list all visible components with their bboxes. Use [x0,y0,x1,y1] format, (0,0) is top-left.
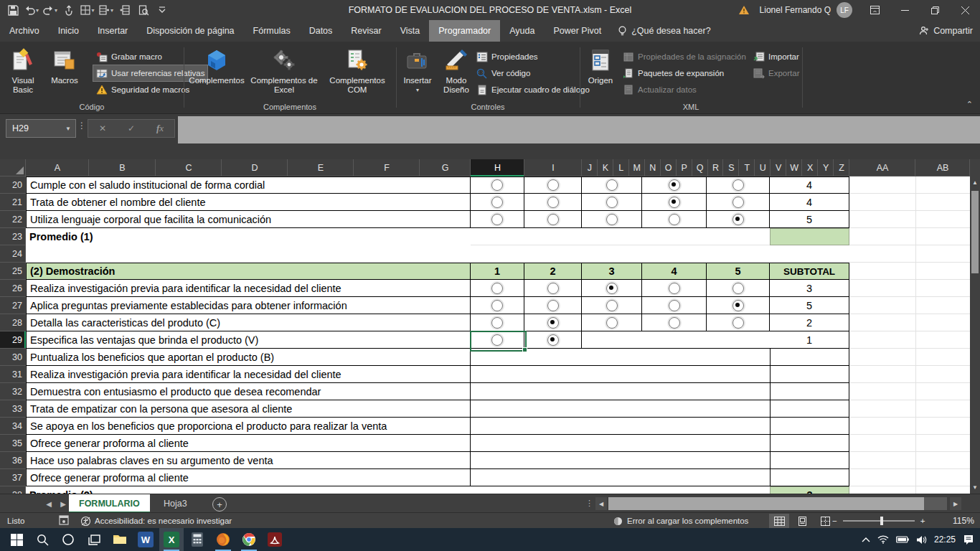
insert-function-icon[interactable]: fx [156,123,164,134]
subtotal-cell-row-32[interactable] [770,383,849,400]
tab-disposici-n-de-p-gina[interactable]: Disposición de página [137,20,243,42]
radio-button-row-21-value-1[interactable] [491,197,503,208]
question-cell-row-21[interactable]: Trata de obtener el nombre del cliente [26,194,471,211]
macro-security-button[interactable]: Seguridad de macros [93,82,192,98]
row-header-24[interactable]: 24 [0,245,26,263]
radio-button-row-20-value-4[interactable] [669,179,680,191]
confirm-entry-icon[interactable]: ✓ [128,123,135,133]
normal-view-button[interactable] [769,514,789,528]
hscroll-thumb[interactable] [608,497,924,510]
sheet-tab-formulario[interactable]: FORMULARIO [69,494,150,513]
dropdown-caret-icon[interactable]: ▾ [36,7,39,14]
radio-button-row-20-value-1[interactable] [491,179,503,191]
radio-button-row-28-value-1[interactable] [491,317,503,329]
hscroll-handle[interactable]: ⋮ [585,499,593,508]
zoom-in-icon[interactable]: + [920,517,925,525]
tell-me-box[interactable]: ¿Qué desea hacer? [611,20,718,42]
row-header-23[interactable]: 23 [0,228,26,245]
radio-button-row-22-value-3[interactable] [606,214,618,225]
select-all-corner[interactable] [0,159,26,176]
radio-button-row-27-value-5[interactable] [732,300,744,311]
subtotal-cell-row-35[interactable] [770,435,849,452]
question-cell-row-35[interactable]: Ofrece generar proforma al cliente [26,435,471,452]
sheet-nav-right-icon[interactable]: ▶ [56,494,70,513]
row-header-20[interactable]: 20 [0,176,26,194]
wifi-icon[interactable] [877,535,889,544]
subtotal-cell-row-28[interactable]: 2 [770,314,849,331]
subtotal-cell-row-36[interactable] [770,452,849,469]
acrobat-taskbar-button[interactable] [263,528,287,551]
tab-ayuda[interactable]: Ayuda [500,20,544,42]
accessibility-status[interactable]: Accesibilidad: es necesario investigar [80,513,232,529]
column-header-J[interactable]: J [582,159,598,176]
scale-header-cell-1[interactable]: 1 [471,263,524,280]
addins-button[interactable]: Complementos [187,44,247,100]
tab-power-pivot[interactable]: Power Pivot [544,20,611,42]
radio-button-row-28-value-4[interactable] [669,317,680,329]
subtotal-header-cell[interactable]: SUBTOTAL [770,263,849,280]
column-header-X[interactable]: X [802,159,818,176]
avatar[interactable]: LF [837,2,852,18]
rating-cell-row-26-col-4[interactable] [642,280,707,297]
visual-basic-button[interactable]: Visual Basic [3,44,43,100]
xml-source-button[interactable]: Origen [583,44,618,100]
insert-cells2-button[interactable] [116,1,133,19]
rating-cell-row-26-col-3[interactable] [582,280,642,297]
active-cell-selection[interactable] [470,331,527,352]
customize-qat-button[interactable] [154,1,171,19]
word-taskbar-button[interactable]: W [133,528,158,551]
row-header-37[interactable]: 37 [0,469,26,486]
row-header-25[interactable]: 25 [0,263,26,280]
column-header-AA[interactable]: AA [849,159,915,176]
minimize-button[interactable] [890,0,920,20]
zoom-slider[interactable] [843,520,915,522]
new-sheet-button[interactable]: + [212,497,227,512]
question-cell-row-28[interactable]: Detalla las caracteristicas del produto … [26,314,471,331]
radio-button-row-27-value-2[interactable] [547,300,559,311]
rating-cell-row-28-col-3[interactable] [582,314,642,331]
rating-cell-row-27-col-1[interactable] [471,297,524,314]
tab-datos[interactable]: Datos [300,20,342,42]
row-header-26[interactable]: 26 [0,280,26,297]
column-header-T[interactable]: T [739,159,755,176]
row-header-36[interactable]: 36 [0,452,26,469]
scale-header-cell-4[interactable]: 4 [642,263,707,280]
calculator-taskbar-button[interactable] [185,528,209,551]
task-view-taskbar-button[interactable] [82,528,106,551]
name-box[interactable]: H29 ▼ [6,119,76,138]
subtotal-cell-row-27[interactable]: 5 [770,297,849,314]
addins-error-status[interactable]: Error al cargar los complementos [613,513,748,529]
promedio-label-row-38[interactable]: Promedio (2) [26,486,471,494]
blank-zone-row-32[interactable] [471,383,770,400]
zoom-level[interactable]: 115% [953,513,974,529]
promedio-label-row-23[interactable]: Promedio (1) [26,228,471,245]
start-taskbar-button[interactable] [4,528,29,551]
fill-handle[interactable] [522,347,527,352]
clock[interactable]: 22:25 [934,534,956,545]
rating-cell-row-21-col-3[interactable] [582,194,642,211]
column-header-R[interactable]: R [708,159,724,176]
radio-button-row-28-value-5[interactable] [732,317,744,329]
account-name[interactable]: Lionel Fernando Q [760,5,831,15]
column-header-E[interactable]: E [288,159,354,176]
trust-warning-icon[interactable] [738,5,750,15]
promedio-subtotal-cell-row-38[interactable]: 3 [770,486,849,494]
rating-cell-row-21-col-2[interactable] [524,194,582,211]
restore-button[interactable] [920,0,950,20]
rating-cell-row-29-col-2[interactable] [524,331,582,349]
select-all-corner-box[interactable] [0,159,26,176]
rating-cell-row-20-col-3[interactable] [582,176,642,194]
collapse-ribbon-icon[interactable]: ⌃ [966,100,973,109]
dropdown-caret-icon[interactable]: ▾ [110,7,113,14]
column-header-I[interactable]: I [524,159,582,176]
question-cell-row-20[interactable]: Cumple con el saludo institucional de fo… [26,176,471,194]
promedio-subtotal-cell-row-23[interactable] [770,228,849,245]
column-header-K[interactable]: K [598,159,613,176]
ribbon-display-button[interactable] [859,0,890,20]
chrome-taskbar-button[interactable] [237,528,261,551]
blank-zone-row-34[interactable] [471,418,770,435]
properties-button[interactable]: Propiedades [473,49,541,65]
rating-cell-row-21-col-5[interactable] [707,194,770,211]
rating-cell-row-22-col-3[interactable] [582,211,642,228]
radio-button-row-21-value-3[interactable] [606,197,618,208]
